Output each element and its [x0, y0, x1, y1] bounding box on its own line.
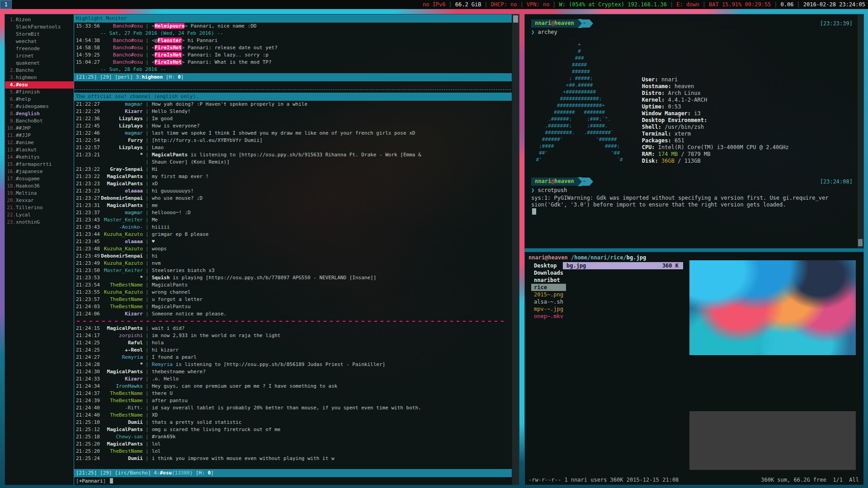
chat-message: 21:22:36Lizplays|Im good [74, 115, 512, 122]
chat-message: 21:24:25+-Reol|hi kizarr [74, 347, 512, 354]
buffer-list-item-osugame[interactable]: 17.#osugame [5, 175, 74, 183]
buffer-list-item-help[interactable]: 6.#help [5, 96, 74, 103]
status-item: no IPv6 [423, 1, 446, 8]
buffer-list-item-finnish[interactable]: 5.#finnish [5, 89, 74, 96]
chat-message: 21:23:45olaaaa|♥ [74, 238, 512, 245]
file-list-item-mpvjpg[interactable]: mpv-~.jpg [531, 305, 566, 313]
prompt-chevron-icon: ❯ [531, 187, 534, 193]
command-archey: ❯ archey [531, 29, 863, 37]
buffer-list-item-xnothing[interactable]: 23.xnothinG [5, 219, 74, 226]
buffer-list-item-banchobot[interactable]: 9.BanchoBot [5, 117, 74, 125]
status-item: 0.06 [781, 1, 794, 8]
chat-input[interactable]: [+Pannari] [74, 477, 512, 485]
chat-action-message: 21:23:53*|Squish is playing [https://osu… [74, 274, 512, 282]
chat-message: 21:22:27magmar|How yah doing? :P Haven't… [74, 101, 512, 108]
status-item: W: (054% at Cryptex) 192.168.1.36 [559, 1, 667, 8]
file-list-item-downloads[interactable]: Downloads [531, 269, 566, 277]
date-change-line: -- Sun, 28 Feb 2016 -- [74, 66, 512, 73]
prompt-chevron-icon: ❯ [531, 29, 534, 35]
buffer-list-item-videogames[interactable]: 7.#videogames [5, 103, 74, 110]
system-info-row: Window Manager: i3 [642, 110, 789, 117]
zsh-terminal-window: nnari@heaven~ [23:23:39] ❯ archey + # ##… [524, 14, 864, 249]
buffer-list: 1.RizonSlackFarmatoolsStormBitweechatfre… [5, 14, 74, 485]
weechat-terminal-window: 1.RizonSlackFarmatoolsStormBitweechatfre… [5, 14, 519, 485]
xterm-scrollbar[interactable] [857, 14, 863, 248]
buffer-list-item-laskut[interactable]: 13.#laskut [5, 146, 74, 154]
buffer-list-item-slackfarmatools[interactable]: SlackFarmatools [5, 23, 74, 31]
chat-message: 21:24:37TheBestName|there U [74, 390, 512, 397]
ranger-terminal-window: nnari@heaven /home/nnari/rice/bg.jpg Des… [524, 252, 864, 485]
buffer-list-item-rizon[interactable]: 1.Rizon [5, 16, 74, 23]
file-list-item-rice[interactable]: rice [531, 284, 566, 291]
xterm-scrollbar[interactable] [512, 14, 519, 485]
buffer-list-item-anime[interactable]: 12.#anime [5, 139, 74, 146]
chat-message: 21:23:27DeboneirSenpai|who use mouse? ;D [74, 195, 512, 202]
warning-line: sys:1: PyGIWarning: Gdk was imported wit… [531, 195, 863, 202]
system-info-row: User: nnari [642, 76, 789, 83]
buffer-list-item-ircnet[interactable]: ircnet [5, 52, 74, 60]
chat-message: 21:24:03TheBestName|MagicalPantsu [74, 303, 512, 310]
chat-message: 21:22:29Kizarr|Hello Slendy! [74, 108, 512, 115]
chat-message: 21:23:57TheBestName|u forgot a letter [74, 296, 512, 303]
system-info-row: Distro: Arch Linux [642, 90, 789, 97]
chat-message: 21:25:12MagicalPants|omg u scared the li… [74, 426, 512, 433]
chat-message: 21:22:45Lizplays|How is everyone? [74, 122, 512, 130]
python-warning-output: sys:1: PyGIWarning: Gdk was imported wit… [531, 195, 863, 208]
buffer-list-item-tillerino[interactable]: 21.Tillerino [5, 204, 74, 211]
ranger-status-bar: -rw-r--r-- 1 nnari users 360K 2015-12-15… [525, 476, 863, 484]
text-cursor [110, 478, 113, 483]
i3status-items: no IPv6|66.2 GiB|DHCP: no|VPN: no|W: (05… [423, 1, 868, 8]
status-separator: | [771, 1, 780, 8]
buffer-list-item-quakenet[interactable]: quakenet [5, 60, 74, 67]
prompt-user-host: nnari@heaven [531, 178, 578, 186]
chat-message: 21:24:27Remyria|I found a pearl [74, 354, 512, 361]
prompt-path: ~ [582, 19, 589, 28]
ranger-file-list: DesktopDownloadsnnaribotrice2015~.pngals… [531, 262, 566, 320]
buffer-list-item-kehitys[interactable]: 14.#kehitys [5, 154, 74, 161]
osu-messages: 21:22:27magmar|How yah doing? :P Haven't… [74, 101, 512, 462]
prompt-user-host: nnari@heaven [531, 19, 578, 28]
chat-message: 21:23:44Kuzuha_Kazuto|grimgar ep 8 pleas… [74, 231, 512, 238]
buffer-list-item-jhp[interactable]: 10.##JHP [5, 125, 74, 132]
system-info-row: Uptime: 0:53 [642, 103, 789, 110]
file-list-item-2015png[interactable]: 2015~.png [531, 291, 566, 298]
workspace-button-1[interactable]: 1 [0, 0, 12, 9]
archey-output: + # ### ##### ###### ; #####; +##.##### … [531, 41, 863, 164]
system-info-row: Kernel: 4.4.1-2-ARCH [642, 97, 789, 103]
buffer-list-item-highmon[interactable]: 3.highmon [5, 74, 74, 81]
buffer-list-item-meltina[interactable]: 19.Meltina [5, 190, 74, 197]
buffer-list-item-stormbit[interactable]: StormBit [5, 31, 74, 38]
status-item: VPN: no [527, 1, 550, 8]
buffer-list-item-bancho[interactable]: 2.Bancho [5, 67, 74, 74]
chat-message: 21:23:55Kuzuha_Kazuto|wrong channel [74, 289, 512, 296]
command-scrotpush: ❯ scrotpush [531, 187, 863, 195]
file-list-item-nnaribot[interactable]: nnaribot [531, 277, 566, 284]
osu-status-bar: [21:25] [29] [irc/Bancho] 4:#osu{13380} … [74, 469, 512, 477]
unread-marker [74, 318, 512, 325]
buffer-list-item-haakon36[interactable]: 18.Haakon36 [5, 183, 74, 190]
chat-message: 21:23:48Kuzuha_Kazuto|woops [74, 245, 512, 253]
selected-file-row[interactable]: bg.jpg360 K [563, 262, 683, 269]
buffer-list-item-xexxar[interactable]: 20.Xexxar [5, 197, 74, 204]
status-item: 2016-02-28 23:24:05 [803, 1, 865, 8]
status-separator: | [549, 1, 559, 8]
buffer-list-item-farmaportti[interactable]: 15.#farmaportti [5, 161, 74, 168]
status-item: E: down [676, 1, 699, 8]
buffer-list-item-weechat[interactable]: weechat [5, 38, 74, 45]
buffer-list-item-jjp[interactable]: 11.##JJP [5, 132, 74, 139]
file-list-item-alsash[interactable]: alsa-~.sh [531, 298, 566, 305]
scrollbar-thumb[interactable] [513, 15, 518, 23]
scrollbar-thumb[interactable] [858, 239, 863, 246]
file-size-badge: 360 K [662, 262, 679, 269]
buffer-list-item-lycal[interactable]: 22.Lycal [5, 211, 74, 219]
system-info-row: Hostname: heaven [642, 83, 789, 90]
chat-message-wrap: |Shaun Cover] (Koni Remix)] [74, 159, 512, 166]
file-list-item-onepmkv[interactable]: onep~.mkv [531, 313, 566, 320]
buffer-list-item-japanese[interactable]: 16.#japanese [5, 168, 74, 175]
highmon-title-bar: Highlight Monitor [74, 14, 512, 23]
chat-message: 21:23:23MagicalPants|xD [74, 180, 512, 188]
buffer-list-item-freenode[interactable]: freenode [5, 45, 74, 52]
buffer-list-item-english[interactable]: 8.#english [5, 110, 74, 117]
file-list-item-desktop[interactable]: Desktop [531, 262, 566, 269]
buffer-list-item-osu[interactable]: 4.#osu [5, 81, 74, 89]
